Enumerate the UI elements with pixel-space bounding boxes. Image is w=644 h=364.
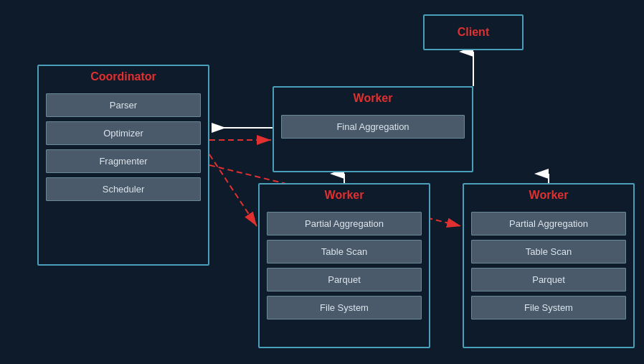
- worker-left-box: Worker Partial Aggregation Table Scan Pa…: [258, 183, 430, 348]
- worker-right-component-filesystem: File System: [471, 296, 626, 319]
- worker-right-title: Worker: [464, 185, 633, 207]
- worker-left-component-partial: Partial Aggregation: [267, 212, 422, 235]
- worker-left-component-filesystem: File System: [267, 296, 422, 319]
- worker-final-title: Worker: [274, 88, 472, 111]
- worker-right-component-partial: Partial Aggregation: [471, 212, 626, 235]
- coordinator-box: Coordinator Parser Optimizer Fragmenter …: [37, 65, 209, 266]
- worker-final-component-aggregation: Final Aggregation: [281, 115, 465, 139]
- svg-line-9: [209, 154, 257, 226]
- worker-right-component-parquet: Parquet: [471, 268, 626, 291]
- worker-left-title: Worker: [260, 185, 429, 207]
- diagram-container: Client Coordinator Parser Optimizer Frag…: [0, 0, 644, 364]
- coordinator-title: Coordinator: [39, 66, 208, 89]
- coordinator-component-fragmenter: Fragmenter: [46, 149, 201, 173]
- worker-left-component-tablescan: Table Scan: [267, 240, 422, 263]
- worker-right-component-tablescan: Table Scan: [471, 240, 626, 263]
- worker-final-box: Worker Final Aggregation: [273, 86, 473, 172]
- coordinator-component-parser: Parser: [46, 93, 201, 117]
- client-label: Client: [458, 26, 489, 39]
- worker-right-box: Worker Partial Aggregation Table Scan Pa…: [463, 183, 635, 348]
- coordinator-component-scheduler: Scheduler: [46, 177, 201, 201]
- worker-left-component-parquet: Parquet: [267, 268, 422, 291]
- client-box: Client: [423, 14, 524, 50]
- coordinator-component-optimizer: Optimizer: [46, 121, 201, 145]
